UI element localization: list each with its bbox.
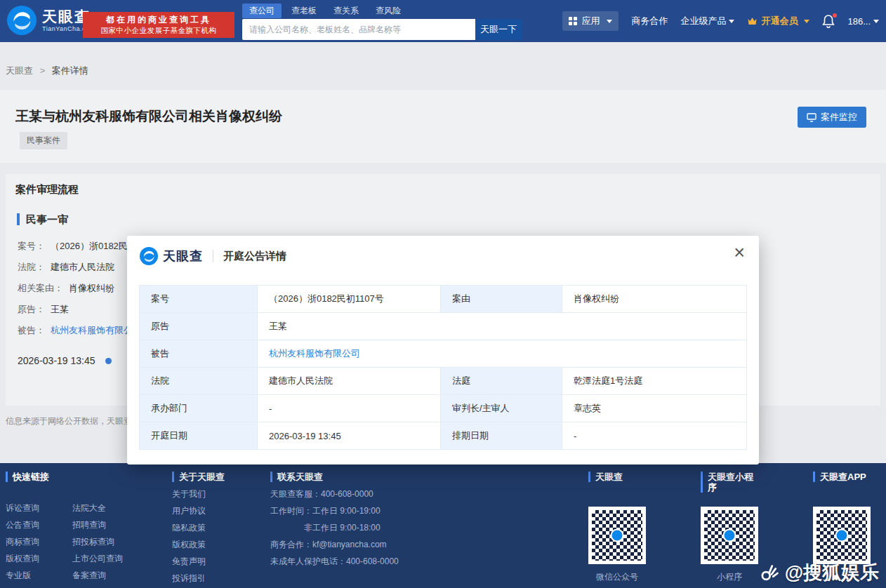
chevron-down-icon bbox=[804, 20, 809, 23]
footer-link[interactable]: 上市公司查询 bbox=[72, 554, 157, 563]
cell-label: 承办部门 bbox=[140, 395, 258, 422]
defendant-company-link[interactable]: 杭州友科服饰有限公司 bbox=[269, 348, 360, 359]
account-phone: 186... bbox=[847, 16, 871, 27]
qr-caption: 微信公众号 bbox=[588, 571, 646, 583]
footer-heading: 联系天眼查 bbox=[270, 472, 399, 482]
table-row: 案号 （2026）浙0182民初1107号 案由 肖像权纠纷 bbox=[140, 286, 747, 313]
table-row: 承办部门 - 审判长/主审人 章志英 bbox=[140, 395, 747, 422]
cell-value: 肖像权纠纷 bbox=[562, 286, 747, 313]
navbar-right: 应用 商务合作 企业级产品 开通会员 186... bbox=[562, 0, 879, 42]
tab-boss[interactable]: 查老板 bbox=[284, 4, 324, 18]
tab-risk[interactable]: 查风险 bbox=[369, 4, 408, 18]
search-button[interactable]: 天眼一下 bbox=[475, 19, 522, 40]
cooperation-link[interactable]: 商务合作 bbox=[631, 15, 668, 27]
source-note: 信息来源于网络公开数据，天眼查 bbox=[6, 415, 132, 427]
ok-hand-icon bbox=[758, 562, 779, 583]
field-defendant: 被告：杭州友科服饰有限公 bbox=[18, 320, 133, 341]
timeline-dot bbox=[105, 358, 112, 364]
apps-grid-icon bbox=[569, 17, 577, 25]
footer-link[interactable]: 关于我们 bbox=[172, 490, 225, 499]
contact-line: 非工作日 9:00-18:00 bbox=[270, 523, 399, 533]
case-monitor-button[interactable]: 案件监控 bbox=[798, 107, 866, 128]
tianyancha-logo-icon bbox=[140, 247, 158, 265]
account-menu[interactable]: 186... bbox=[847, 16, 879, 27]
tab-relation[interactable]: 查关系 bbox=[326, 4, 366, 18]
crown-icon bbox=[747, 17, 758, 25]
tab-company[interactable]: 查公司 bbox=[242, 4, 282, 18]
cell-label: 案号 bbox=[140, 286, 258, 313]
field-cause: 相关案由：肖像权纠纷 bbox=[18, 278, 133, 299]
cell-value: 章志英 bbox=[562, 395, 747, 422]
breadcrumb-home[interactable]: 天眼查 bbox=[6, 65, 33, 76]
footer-heading: 天眼查APP bbox=[813, 472, 866, 482]
defendant-link[interactable]: 杭州友科服饰有限公 bbox=[51, 325, 133, 335]
footer-link[interactable]: 专业版 bbox=[6, 571, 72, 580]
contact-line: 商务合作：kf@tianyancha.com bbox=[270, 540, 399, 549]
cell-label: 原告 bbox=[140, 313, 258, 340]
footer-link[interactable]: 免责声明 bbox=[172, 557, 225, 566]
vip-label: 开通会员 bbox=[761, 15, 798, 27]
cell-value: （2026）浙0182民初1107号 bbox=[258, 286, 441, 313]
footer-link[interactable]: 诉讼查询 bbox=[6, 504, 72, 513]
footer-contact: 联系天眼查 天眼查客服：400-608-0000 工作时间：工作日 9:00-1… bbox=[270, 472, 399, 566]
apps-menu[interactable]: 应用 bbox=[562, 11, 619, 31]
case-header: 王某与杭州友科服饰有限公司相关肖像权纠纷 民事案件 案件监控 bbox=[0, 90, 886, 163]
footer-app: 天眼查APP bbox=[813, 472, 866, 482]
tianyancha-logo-icon bbox=[7, 6, 37, 35]
table-row: 被告 杭州友科服饰有限公司 bbox=[140, 340, 747, 368]
footer-link[interactable]: 版权查询 bbox=[6, 554, 72, 563]
search-bar: 天眼一下 bbox=[242, 19, 522, 40]
cell-label: 法院 bbox=[140, 368, 258, 395]
modal-title: 开庭公告详情 bbox=[223, 250, 286, 263]
enterprise-label: 企业级产品 bbox=[680, 15, 726, 27]
apps-label: 应用 bbox=[581, 15, 600, 27]
page-title: 王某与杭州友科服饰有限公司相关肖像权纠纷 bbox=[15, 107, 282, 126]
footer-link[interactable]: 投诉指引 bbox=[172, 574, 225, 583]
footer-heading: 天眼查小程序 bbox=[701, 472, 754, 493]
field-court: 法院：建德市人民法院 bbox=[18, 257, 133, 278]
notification-bell[interactable] bbox=[822, 14, 835, 28]
cell-label: 案由 bbox=[441, 286, 562, 313]
table-row: 原告 王某 bbox=[140, 313, 747, 340]
breadcrumb: 天眼查 > 案件详情 bbox=[6, 65, 88, 77]
timeline-entry: 2026-03-19 13:45 bbox=[18, 355, 112, 366]
cell-value: 建德市人民法院 bbox=[258, 368, 441, 395]
footer-link[interactable]: 用户协议 bbox=[172, 507, 225, 516]
modal-header: 天眼查 开庭公告详情 × bbox=[127, 236, 759, 276]
close-icon[interactable]: × bbox=[734, 243, 745, 262]
cell-value: 王某 bbox=[258, 313, 747, 340]
footer-heading: 快速链接 bbox=[6, 472, 157, 482]
cell-label: 被告 bbox=[140, 340, 258, 368]
search-area: 查公司 查老板 查关系 查风险 天眼一下 bbox=[242, 4, 522, 40]
footer-link[interactable]: 招聘查询 bbox=[72, 521, 157, 530]
chevron-down-icon bbox=[873, 20, 879, 23]
table-row: 开庭日期 2026-03-19 13:45 排期日期 - bbox=[140, 422, 747, 450]
case-monitor-label: 案件监控 bbox=[821, 111, 857, 123]
notification-badge bbox=[833, 13, 837, 18]
footer-link[interactable]: 招投标查询 bbox=[72, 537, 157, 547]
cell-value: 杭州友科服饰有限公司 bbox=[258, 340, 747, 368]
contact-line: 未成年人保护电话：400-608-0000 bbox=[270, 557, 399, 566]
search-tabs: 查公司 查老板 查关系 查风险 bbox=[242, 4, 522, 18]
monitor-icon bbox=[807, 113, 816, 122]
breadcrumb-current: 案件详情 bbox=[52, 65, 88, 76]
table-row: 法院 建德市人民法院 法庭 乾潭法庭1号法庭 bbox=[140, 368, 747, 395]
field-plaintiff: 原告：王某 bbox=[18, 299, 133, 320]
tianyancha-logo[interactable]: 天眼查 TianYanCha.com bbox=[7, 6, 95, 35]
footer-link[interactable]: 备案查询 bbox=[72, 571, 157, 580]
enterprise-menu[interactable]: 企业级产品 bbox=[680, 15, 734, 27]
footer-quick-links: 快速链接 诉讼查询 公告查询 商标查询 版权查询 专业版 API接口 法院大全 … bbox=[6, 472, 157, 588]
footer-link[interactable]: 法院大全 bbox=[72, 504, 157, 513]
court-announcement-modal: 天眼查 开庭公告详情 × 案号 （2026）浙0182民初1107号 案由 肖像… bbox=[127, 236, 759, 465]
cell-value: 2026-03-19 13:45 bbox=[258, 422, 441, 450]
cell-label: 排期日期 bbox=[441, 422, 562, 450]
footer-link[interactable]: 隐私政策 bbox=[172, 523, 225, 533]
qr-code-app bbox=[813, 507, 871, 564]
chevron-down-icon bbox=[607, 20, 612, 23]
footer-link[interactable]: 版权政策 bbox=[172, 540, 225, 549]
search-input[interactable] bbox=[242, 19, 475, 40]
vip-menu[interactable]: 开通会员 bbox=[747, 15, 809, 27]
footer-link[interactable]: 公告查询 bbox=[6, 521, 72, 530]
footer-link[interactable]: 商标查询 bbox=[6, 537, 72, 547]
footer: 快速链接 诉讼查询 公告查询 商标查询 版权查询 专业版 API接口 法院大全 … bbox=[0, 463, 886, 588]
